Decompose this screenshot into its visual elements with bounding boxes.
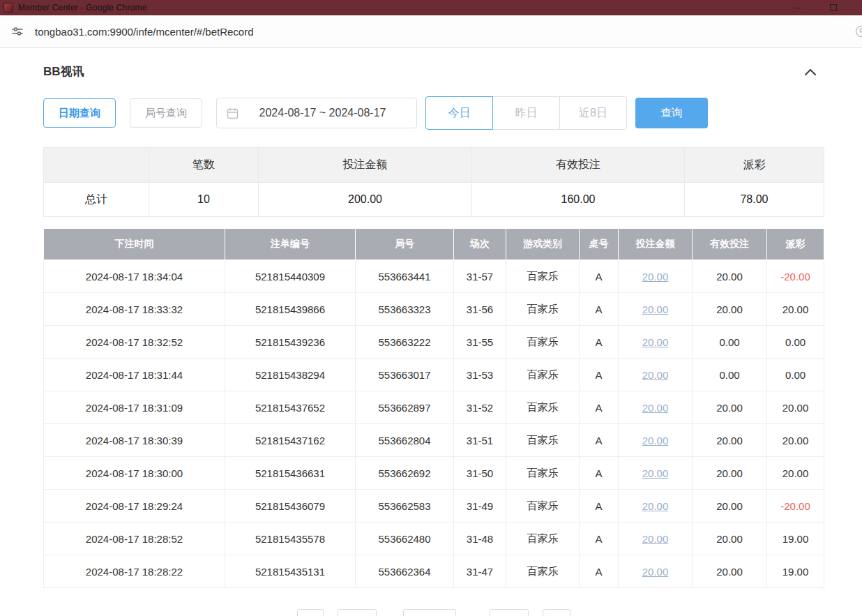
cell-bet-time: 2024-08-17 18:31:44 [44,359,225,391]
summary-header-count: 笔数 [149,148,259,183]
cell-game-type: 百家乐 [506,326,580,359]
round-query-tab[interactable]: 局号查询 [130,98,202,128]
cell-valid-bet: 20.00 [693,424,767,457]
cell-game-type: 百家乐 [506,260,580,293]
date-range-value: 2024-08-17 ~ 2024-08-17 [239,107,407,119]
pagination-size-select[interactable] [403,609,456,616]
cell-table-number: A [580,326,619,359]
summary-count: 10 [149,183,259,217]
cell-bet-amount: 20.00 [619,490,693,523]
cell-bet-time: 2024-08-17 18:30:00 [44,457,225,490]
summary-total-label: 总计 [44,183,149,217]
cell-valid-bet: 20.00 [693,260,767,293]
app-icon [3,3,13,13]
yesterday-button[interactable]: 昨日 [492,96,560,130]
pagination [43,609,824,616]
quick-date-group: 今日 昨日 近8日 [425,96,627,130]
cell-payout: 0.00 [767,326,824,359]
cell-bet-time: 2024-08-17 18:31:09 [44,391,225,424]
cell-bet-amount: 20.00 [619,424,693,457]
minimize-button[interactable] [792,3,802,13]
bet-amount-link[interactable]: 20.00 [642,500,669,512]
table-row: 2024-08-17 18:28:52 521815435578 5536624… [44,523,824,555]
bet-amount-link[interactable]: 20.00 [642,369,669,381]
bet-amount-link[interactable]: 20.00 [642,336,669,348]
calendar-icon [227,107,239,119]
header-session: 场次 [454,229,506,260]
cell-round-number: 553662480 [356,523,454,555]
maximize-button[interactable] [829,3,838,13]
cell-game-type: 百家乐 [506,523,580,555]
cell-session: 31-55 [454,326,506,359]
table-row: 2024-08-17 18:28:22 521815435131 5536623… [44,555,824,588]
bet-amount-link[interactable]: 20.00 [642,467,669,479]
table-row: 2024-08-17 18:31:09 521815437652 5536628… [44,391,824,424]
header-payout: 派彩 [767,229,824,260]
cell-bet-time: 2024-08-17 18:33:32 [44,293,225,326]
header-bet-number: 注单编号 [225,229,356,260]
header-game-type: 游戏类别 [506,229,580,260]
search-button[interactable]: 查询 [635,98,708,128]
cell-bet-number: 521815439866 [225,293,356,326]
cell-valid-bet: 20.00 [693,293,767,326]
date-query-tab[interactable]: 日期查询 [43,98,116,128]
header-valid-bet: 有效投注 [693,229,767,260]
today-button[interactable]: 今日 [425,96,493,130]
cell-table-number: A [580,457,619,490]
bet-amount-link[interactable]: 20.00 [642,271,669,283]
cell-valid-bet: 20.00 [693,555,767,588]
cell-bet-amount: 20.00 [619,555,693,588]
cell-bet-number: 521815435578 [225,523,356,555]
tune-icon[interactable] [10,24,25,39]
url-input[interactable]: tongbao31.com:9900/infe/mcenter/#/betRec… [35,26,254,38]
cell-session: 31-53 [454,359,506,391]
summary-valid-bet: 160.00 [472,183,685,217]
cell-bet-amount: 20.00 [619,260,693,293]
cell-session: 31-56 [454,293,506,326]
bet-amount-link[interactable]: 20.00 [642,435,669,446]
extension-icon[interactable]: © [856,26,862,37]
cell-table-number: A [580,523,619,555]
cell-table-number: A [580,359,619,391]
cell-round-number: 553662897 [356,391,454,424]
summary-header-payout: 派彩 [685,148,824,183]
cell-payout: 0.00 [767,359,824,391]
cell-bet-number: 521815439236 [225,326,356,359]
pagination-next-button[interactable] [543,609,570,616]
cell-table-number: A [580,555,619,588]
bet-amount-link[interactable]: 20.00 [642,533,669,545]
cell-game-type: 百家乐 [506,457,580,490]
cell-bet-time: 2024-08-17 18:28:22 [44,555,225,588]
cell-bet-time: 2024-08-17 18:32:52 [44,326,225,359]
pagination-prev-button[interactable] [297,609,324,616]
cell-game-type: 百家乐 [506,359,580,391]
pagination-jump-input[interactable] [490,609,529,616]
collapse-button[interactable] [804,68,817,76]
cell-payout: -20.00 [767,490,824,523]
maximize-icon [830,4,837,11]
cell-valid-bet: 20.00 [693,523,767,555]
cell-bet-time: 2024-08-17 18:34:04 [44,260,225,293]
cell-session: 31-49 [454,490,506,523]
cell-payout: 20.00 [767,391,824,424]
cell-bet-number: 521815436631 [225,457,356,490]
cell-bet-number: 521815436079 [225,490,356,523]
cell-table-number: A [580,490,619,523]
bet-amount-link[interactable]: 20.00 [642,402,669,414]
pagination-page-button[interactable] [338,609,377,616]
cell-payout: 20.00 [767,424,824,457]
cell-game-type: 百家乐 [506,555,580,588]
cell-bet-amount: 20.00 [619,391,693,424]
date-range-picker[interactable]: 2024-08-17 ~ 2024-08-17 [216,98,417,128]
summary-payout: 78.00 [685,183,824,217]
last-8-days-button[interactable]: 近8日 [559,96,627,130]
chevron-up-icon [804,68,817,76]
header-bet-amount: 投注金额 [619,229,693,260]
cell-payout: 19.00 [767,555,824,588]
cell-round-number: 553662583 [356,490,454,523]
summary-header-blank [44,148,149,183]
bet-amount-link[interactable]: 20.00 [642,566,669,578]
cell-bet-time: 2024-08-17 18:28:52 [44,523,225,555]
table-row: 2024-08-17 18:31:44 521815438294 5536630… [44,359,824,391]
bet-amount-link[interactable]: 20.00 [642,303,669,315]
